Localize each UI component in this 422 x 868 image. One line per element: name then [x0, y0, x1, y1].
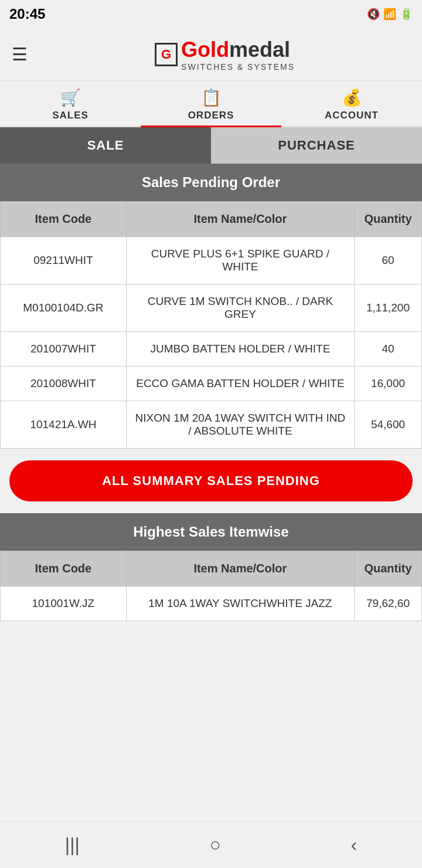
- table-row: 09211WHIT CURVE PLUS 6+1 SPIKE GUARD / W…: [1, 237, 422, 284]
- mute-icon: 🔇: [367, 8, 380, 21]
- cell-item-code: 101001W.JZ: [1, 586, 127, 621]
- hamburger-icon[interactable]: ☰: [12, 44, 28, 65]
- cell-item-name: CURVE 1M SWITCH KNOB.. / DARK GREY: [126, 284, 354, 332]
- highest-sales-header: Highest Sales Itemwise: [0, 513, 422, 551]
- toggle-purchase[interactable]: PURCHASE: [211, 127, 422, 164]
- cell-item-code: 09211WHIT: [1, 237, 127, 284]
- header-quantity-1: Quantity: [355, 202, 422, 237]
- table-row: 101421A.WH NIXON 1M 20A 1WAY SWITCH WITH…: [1, 401, 422, 449]
- header-item-name-1: Item Name/Color: [126, 202, 354, 237]
- app-header: ☰ G Goldmedal SWITCHES & SYSTEMS: [0, 28, 422, 81]
- tab-sales-label: SALES: [52, 110, 89, 121]
- brand-medal: medal: [229, 38, 290, 62]
- header-item-code-2: Item Code: [1, 551, 127, 586]
- orders-icon: 📋: [201, 88, 222, 107]
- sales-pending-tbody: 09211WHIT CURVE PLUS 6+1 SPIKE GUARD / W…: [1, 237, 422, 449]
- bottom-nav-home[interactable]: ○: [209, 834, 220, 856]
- tab-orders[interactable]: 📋 ORDERS: [141, 81, 281, 126]
- highest-sales-table-header: Item Code Item Name/Color Quantity: [1, 551, 422, 586]
- brand-subtitle: SWITCHES & SYSTEMS: [181, 62, 295, 72]
- wifi-icon: 📶: [383, 8, 396, 21]
- table-row: 201007WHIT JUMBO BATTEN HOLDER / WHITE 4…: [1, 332, 422, 367]
- bottom-nav: ||| ○ ‹: [0, 821, 422, 868]
- header-item-code-1: Item Code: [1, 202, 127, 237]
- sales-pending-table: Item Code Item Name/Color Quantity 09211…: [0, 201, 422, 449]
- cell-item-name: CURVE PLUS 6+1 SPIKE GUARD / WHITE: [126, 237, 354, 284]
- table-row: 201008WHIT ECCO GAMA BATTEN HOLDER / WHI…: [1, 367, 422, 401]
- cell-item-code: 201007WHIT: [1, 332, 127, 367]
- table-row: M0100104D.GR CURVE 1M SWITCH KNOB.. / DA…: [1, 284, 422, 332]
- cell-item-name: ECCO GAMA BATTEN HOLDER / WHITE: [126, 367, 354, 401]
- nav-tabs: 🛒 SALES 📋 ORDERS 💰 ACCOUNT: [0, 81, 422, 127]
- cell-item-name: 1M 10A 1WAY SWITCHWHITE JAZZ: [126, 586, 354, 621]
- cell-item-code: 201008WHIT: [1, 367, 127, 401]
- logo-box: G: [155, 43, 178, 66]
- cell-quantity: 40: [355, 332, 422, 367]
- logo-text: Goldmedal SWITCHES & SYSTEMS: [181, 38, 295, 72]
- sales-pending-header: Sales Pending Order: [0, 164, 422, 201]
- cell-item-name: NIXON 1M 20A 1WAY SWITCH WITH IND / ABSO…: [126, 401, 354, 449]
- highest-sales-tbody: 101001W.JZ 1M 10A 1WAY SWITCHWHITE JAZZ …: [1, 586, 422, 621]
- tab-account-label: ACCOUNT: [325, 110, 379, 121]
- toggle-sale[interactable]: SALE: [0, 127, 211, 164]
- header-quantity-2: Quantity: [355, 551, 422, 586]
- status-icons: 🔇 📶 🔋: [367, 8, 413, 21]
- toggle-tabs: SALE PURCHASE: [0, 127, 422, 164]
- status-time: 20:45: [9, 6, 45, 22]
- cell-quantity: 79,62,60: [355, 586, 422, 621]
- cell-item-name: JUMBO BATTEN HOLDER / WHITE: [126, 332, 354, 367]
- logo-container: G Goldmedal SWITCHES & SYSTEMS: [39, 38, 410, 72]
- cell-quantity: 60: [355, 237, 422, 284]
- account-icon: 💰: [342, 88, 362, 107]
- logo-g-icon: G: [161, 47, 171, 62]
- bottom-nav-recents[interactable]: |||: [65, 834, 80, 856]
- cell-quantity: 1,11,200: [355, 284, 422, 332]
- battery-icon: 🔋: [400, 8, 413, 21]
- sales-icon: 🛒: [60, 88, 81, 107]
- cell-quantity: 16,000: [355, 367, 422, 401]
- brand-gold: Gold: [181, 38, 229, 62]
- status-bar: 20:45 🔇 📶 🔋: [0, 0, 422, 28]
- header-item-name-2: Item Name/Color: [126, 551, 354, 586]
- cell-item-code: M0100104D.GR: [1, 284, 127, 332]
- brand-name: Goldmedal: [181, 38, 295, 62]
- bottom-nav-back[interactable]: ‹: [350, 834, 357, 856]
- highest-sales-table: Item Code Item Name/Color Quantity 10100…: [0, 551, 422, 621]
- cell-item-code: 101421A.WH: [1, 401, 127, 449]
- table-row: 101001W.JZ 1M 10A 1WAY SWITCHWHITE JAZZ …: [1, 586, 422, 621]
- summary-sales-button[interactable]: ALL SUMMARY SALES PENDING: [9, 460, 413, 501]
- cell-quantity: 54,600: [355, 401, 422, 449]
- tab-orders-label: ORDERS: [188, 110, 234, 121]
- tab-account[interactable]: 💰 ACCOUNT: [281, 81, 422, 126]
- sales-pending-table-header: Item Code Item Name/Color Quantity: [1, 202, 422, 237]
- tab-sales[interactable]: 🛒 SALES: [0, 81, 141, 126]
